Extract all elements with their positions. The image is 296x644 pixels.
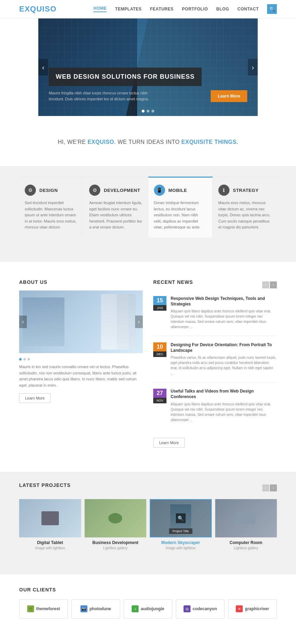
client-graphicriver[interactable]: ≈ graphicriver (228, 599, 277, 619)
tagline-middle: . WE TURN IDEAS INTO (114, 139, 181, 145)
feature-mobile-title: MOBILE (169, 188, 187, 193)
client-name-1: themeforest (36, 606, 60, 611)
about-people-bg (23, 297, 64, 346)
about-prev-arrow[interactable]: ‹ (19, 316, 27, 328)
client-name-4: codecanyon (193, 606, 217, 611)
projects-next-btn[interactable]: › (270, 484, 277, 491)
clients-title: OUR CLIENTS (19, 587, 277, 592)
feature-strategy-desc: Mauris eros metus, rhoncus vitae dictum … (218, 200, 271, 231)
hero-title: WEB DESIGN SOLUTIONS FOR BUSINESS (56, 73, 195, 80)
projects-section-wrapper: LATEST PROJECTS ‹ › Digital Tablet Image… (0, 472, 296, 574)
project-thumb-2[interactable] (85, 499, 147, 537)
project-type-2: Lightbox gallery (85, 546, 147, 550)
projects-header: LATEST PROJECTS ‹ › (19, 482, 277, 494)
themeforest-icon: 🌿 (27, 605, 34, 612)
mid-section: ABOUT US ‹ › Mauris in leo sed mauris co… (19, 272, 277, 448)
audiojungle-icon: ♪ (132, 605, 139, 612)
client-name-5: graphicriver (245, 606, 269, 611)
nav-home[interactable]: HOME (93, 6, 107, 12)
about-title: ABOUT US (19, 279, 143, 285)
feature-development-header: ⚙ DEVELOPMENT (89, 185, 142, 196)
feature-mobile-desc: Donec tristique fermentum lectus, eu tin… (154, 200, 207, 231)
client-themeforest[interactable]: 🌿 themeforest (19, 599, 68, 619)
design-icon: ⚙ (25, 185, 36, 196)
hero-next-arrow[interactable]: › (248, 59, 258, 76)
feature-strategy-header: ℹ STRATEGY (218, 185, 271, 196)
plant-shape (108, 513, 122, 523)
features-grid: ⚙ DESIGN Sed tincidunt imperdiet sollici… (19, 177, 277, 238)
graphicriver-icon: ≈ (236, 605, 243, 612)
project-badge-3: Project Title (169, 528, 192, 534)
project-img-4 (215, 499, 277, 537)
news-learn-button[interactable]: Learn More (153, 438, 185, 448)
logo[interactable]: EXQUISO (19, 5, 56, 14)
hero-dot-1[interactable] (142, 110, 145, 112)
project-type-4: Lightbox gallery (215, 546, 277, 550)
tagline-highlight: EXQUISITE THINGS. (181, 139, 238, 145)
search-button[interactable]: 🔍 (267, 4, 277, 14)
development-icon: ⚙ (89, 185, 100, 196)
project-thumb-3[interactable]: 🔍 Project Title (150, 499, 212, 537)
feature-development-title: DEVELOPMENT (104, 188, 140, 193)
hero-learn-button[interactable]: Learn More (211, 90, 247, 102)
hero-dot-3[interactable] (151, 110, 154, 112)
client-audiojungle[interactable]: ♪ audiojungle (124, 599, 172, 619)
client-codecanyon[interactable]: ◇ codecanyon (176, 599, 225, 619)
news-next-btn[interactable]: › (270, 281, 277, 288)
about-dot-2[interactable] (23, 358, 26, 360)
news-date-3: 27 NOV (153, 389, 166, 422)
news-header: RECENT NEWS ‹ › (153, 279, 277, 290)
nav-contact[interactable]: CONTACT (237, 7, 259, 11)
project-thumb-1[interactable] (19, 499, 81, 537)
client-name-3: audiojungle (141, 606, 164, 611)
client-photodune[interactable]: 📷 photodune (71, 599, 120, 619)
news-item-3: 27 NOV Useful Talks and Videos from Web … (153, 389, 277, 428)
news-desc-1: Aliquam quis libero dapibus ante rhoncus… (171, 309, 277, 329)
news-day-1: 15 (153, 296, 166, 305)
project-4: Computer Room Lightbox gallery (215, 499, 277, 550)
hero-slider: ‹ › WEB DESIGN SOLUTIONS FOR BUSINESS Ma… (38, 18, 258, 116)
projects-title: LATEST PROJECTS (19, 482, 71, 488)
logo-text: EXQUIS (19, 5, 50, 13)
about-slider: ‹ › (19, 290, 143, 353)
logo-highlight: O (50, 5, 56, 13)
project-3: 🔍 Project Title Modern Skyscraper Image … (150, 499, 212, 550)
hero-dots (142, 110, 154, 112)
about-dot-3[interactable] (28, 358, 30, 360)
tagline: HI, WE'RE EXQUISO. WE TURN IDEAS INTO EX… (0, 126, 296, 156)
feature-development-desc: Aenean feugiat interdum ligula, eget fac… (89, 200, 142, 231)
hero-dot-2[interactable] (147, 110, 149, 112)
nav-blog[interactable]: BLOG (216, 7, 229, 11)
feature-mobile: 📱 MOBILE Donec tristique fermentum lectu… (148, 177, 213, 238)
project-thumb-4[interactable] (215, 499, 277, 537)
about-column: ABOUT US ‹ › Mauris in leo sed mauris co… (19, 279, 143, 448)
news-item-1: 15 JAN Responsive Web Design Techniques,… (153, 296, 277, 336)
hero-prev-arrow[interactable]: ‹ (38, 59, 48, 76)
nav-features[interactable]: FEATURES (150, 7, 174, 11)
news-day-2: 10 (153, 342, 166, 351)
office-shape (236, 512, 256, 524)
project-name-1: Digital Tablet (19, 540, 81, 545)
about-dot-1[interactable] (19, 358, 22, 360)
header: EXQUISO HOME TEMPLATES FEATURES PORTFOLI… (0, 0, 296, 18)
hero-content: Mauris fringilla nibh vitae turpis rhonc… (49, 90, 247, 102)
tagline-prefix: HI, WE'RE (58, 139, 87, 145)
about-learn-button[interactable]: Learn More (19, 393, 50, 403)
feature-strategy-title: STRATEGY (233, 188, 259, 193)
project-name-4: Computer Room (215, 540, 277, 545)
project-search-icon: 🔍 (176, 513, 186, 523)
about-dots (19, 358, 143, 360)
about-next-arrow[interactable]: › (135, 316, 143, 328)
tablet-shape (41, 511, 59, 525)
news-prev-btn[interactable]: ‹ (262, 281, 269, 288)
codecanyon-icon: ◇ (184, 605, 190, 612)
news-date-1: 15 JAN (153, 296, 166, 329)
clients-section-wrapper: OUR CLIENTS 🌿 themeforest 📷 photodune ♪ … (0, 574, 296, 644)
news-date-2: 10 DEC (153, 342, 166, 376)
nav-portfolio[interactable]: PORTFOLIO (182, 7, 208, 11)
news-month-3: NOV (153, 398, 166, 403)
hero-title-box: WEB DESIGN SOLUTIONS FOR BUSINESS (49, 68, 202, 86)
projects-prev-btn[interactable]: ‹ (262, 484, 269, 491)
nav-templates[interactable]: TEMPLATES (115, 7, 141, 11)
projects-section: LATEST PROJECTS ‹ › Digital Tablet Image… (19, 482, 277, 550)
